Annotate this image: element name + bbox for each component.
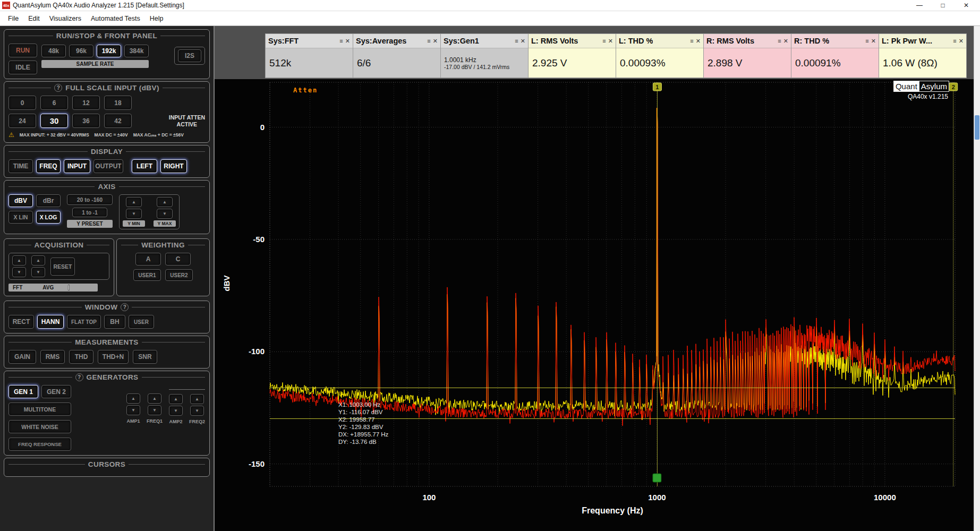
amp1-up-button[interactable]: ▲ — [126, 393, 140, 404]
measure-snr-button[interactable]: SNR — [133, 350, 157, 364]
fft-size-down-button[interactable]: ▼ — [12, 267, 26, 277]
freq2-down-button[interactable]: ▼ — [190, 406, 204, 416]
measure-thd-button[interactable]: THD — [69, 350, 93, 364]
menu-file[interactable]: File — [3, 13, 23, 24]
y-preset-1-to--1-button[interactable]: 1 to -1 — [72, 208, 107, 217]
title-rule — [142, 342, 205, 342]
fsi-42-button[interactable]: 42 — [104, 114, 132, 128]
averages-up-button[interactable]: ▲ — [31, 255, 45, 266]
menu-automated-tests[interactable]: Automated Tests — [86, 13, 145, 24]
display-output-button[interactable]: OUTPUT — [93, 159, 123, 173]
fsi-18-button[interactable]: 18 — [104, 96, 132, 110]
display-time-button[interactable]: TIME — [8, 159, 33, 173]
sample-rate-384k-button[interactable]: 384k — [124, 45, 149, 57]
menu-edit[interactable]: Edit — [23, 13, 45, 24]
menu-icon[interactable]: ≡ — [339, 38, 343, 45]
y-min-up-button[interactable]: ▲ — [126, 197, 142, 207]
close-icon[interactable]: ✕ — [871, 38, 876, 45]
weighting-c-button[interactable]: C — [165, 253, 191, 266]
sample-rate-96k-button[interactable]: 96k — [69, 45, 93, 57]
generator-marker[interactable] — [653, 474, 661, 482]
window-rect-button[interactable]: RECT — [8, 315, 34, 329]
display-input-button[interactable]: INPUT — [64, 159, 90, 173]
display-freq-button[interactable]: FREQ — [36, 159, 61, 173]
menu-icon[interactable]: ≡ — [778, 38, 781, 45]
i2s-button[interactable]: I2S — [178, 49, 201, 62]
averages-down-button[interactable]: ▼ — [31, 267, 45, 277]
close-icon[interactable]: ✕ — [521, 38, 525, 45]
cursor-marker-1[interactable]: 1 — [653, 83, 661, 91]
y-max-up-button[interactable]: ▲ — [157, 197, 173, 207]
close-icon[interactable]: ✕ — [433, 38, 438, 45]
display-left-button[interactable]: LEFT — [132, 159, 157, 173]
fsi-30-button[interactable]: 30 — [40, 114, 68, 128]
gen1-button[interactable]: GEN 1 — [8, 385, 38, 398]
window-flattop-button[interactable]: FLAT TOP — [67, 315, 101, 329]
freq-response-button[interactable]: FREQ RESPONSE — [8, 438, 71, 451]
fsi-6-button[interactable]: 6 — [40, 96, 68, 110]
y-preset-20-to--160-button[interactable]: 20 to -160 — [67, 194, 113, 205]
menu-icon[interactable]: ≡ — [515, 38, 518, 45]
gen2-button[interactable]: GEN 2 — [41, 385, 71, 398]
close-icon[interactable]: ✕ — [783, 38, 788, 45]
fsi-36-button[interactable]: 36 — [72, 114, 100, 128]
amp2-down-button[interactable]: ▼ — [169, 406, 183, 416]
close-icon[interactable]: ✕ — [959, 38, 964, 45]
menu-visualizers[interactable]: Visualizers — [45, 13, 86, 24]
display-right-button[interactable]: RIGHT — [160, 159, 187, 173]
window-bh-button[interactable]: BH — [104, 315, 125, 329]
i2s-box: I2S — [174, 47, 205, 65]
minimize-icon[interactable]: — — [908, 0, 931, 11]
window-hann-button[interactable]: HANN — [37, 315, 64, 329]
maximize-icon[interactable]: □ — [931, 0, 955, 11]
weighting-user2-button[interactable]: USER2 — [165, 269, 193, 281]
sample-rate-192k-button[interactable]: 192k — [97, 45, 121, 57]
weighting-a-button[interactable]: A — [135, 253, 161, 266]
sample-rate-48k-button[interactable]: 48k — [41, 45, 66, 57]
menu-icon[interactable]: ≡ — [953, 38, 956, 45]
axis-dbv-button[interactable]: dBV — [8, 194, 33, 207]
menu-icon[interactable]: ≡ — [690, 38, 693, 45]
white-noise-button[interactable]: WHITE NOISE — [8, 420, 71, 433]
close-icon[interactable]: ✕ — [345, 38, 350, 45]
menu-icon[interactable]: ≡ — [865, 38, 868, 45]
run-button[interactable]: RUN — [8, 44, 37, 57]
reset-button[interactable]: RESET — [50, 258, 75, 276]
spectrum-plot[interactable]: 0-50-100-15010010001000012 — [215, 79, 974, 531]
measure-gain-button[interactable]: GAIN — [8, 350, 36, 364]
vertical-scrollbar[interactable] — [974, 26, 980, 531]
y-min-down-button[interactable]: ▼ — [126, 209, 142, 219]
freq1-down-button[interactable]: ▼ — [148, 405, 161, 415]
help-icon[interactable]: ? — [54, 84, 62, 92]
fsi-24-button[interactable]: 24 — [8, 114, 36, 128]
measure-rms-button[interactable]: RMS — [40, 350, 65, 364]
menu-icon[interactable]: ≡ — [427, 38, 430, 45]
fft-avg-slider[interactable]: FFT AVG — [8, 284, 98, 292]
close-icon[interactable]: ✕ — [955, 0, 978, 11]
measure-thdn-button[interactable]: THD+N — [98, 350, 129, 364]
close-icon[interactable]: ✕ — [696, 38, 701, 45]
axis-xlin-button[interactable]: X LIN — [8, 211, 33, 224]
weighting-user1-button[interactable]: USER1 — [133, 269, 161, 281]
cursor-marker-2[interactable]: 2 — [949, 83, 958, 91]
fsi-0-button[interactable]: 0 — [8, 96, 36, 110]
scrollbar-thumb[interactable] — [975, 115, 979, 140]
fsi-12-button[interactable]: 12 — [72, 96, 100, 110]
amp2-up-button[interactable]: ▲ — [169, 394, 183, 404]
menu-icon[interactable]: ≡ — [602, 38, 606, 45]
menu-help[interactable]: Help — [145, 13, 168, 24]
y-max-down-button[interactable]: ▼ — [157, 209, 173, 219]
window-user-button[interactable]: USER — [129, 315, 154, 329]
multitone-button[interactable]: MULTITONE — [8, 402, 71, 416]
slider-knob[interactable] — [68, 285, 70, 290]
help-icon[interactable]: ? — [75, 373, 83, 381]
axis-dbr-button[interactable]: dBr — [36, 194, 61, 207]
amp1-down-button[interactable]: ▼ — [126, 405, 140, 415]
axis-xlog-button[interactable]: X LOG — [36, 211, 61, 224]
freq1-up-button[interactable]: ▲ — [148, 393, 161, 404]
idle-button[interactable]: IDLE — [8, 61, 37, 74]
fft-size-up-button[interactable]: ▲ — [12, 255, 26, 266]
help-icon[interactable]: ? — [121, 303, 129, 311]
close-icon[interactable]: ✕ — [608, 38, 613, 45]
freq2-up-button[interactable]: ▲ — [190, 394, 204, 404]
